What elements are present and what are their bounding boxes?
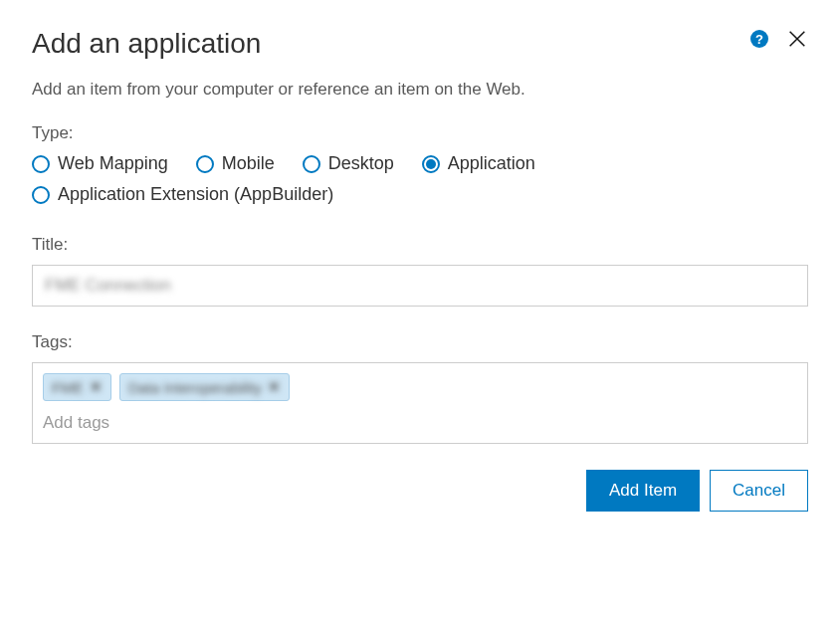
type-radio-application[interactable]: Application bbox=[422, 153, 535, 174]
dialog-button-row: Add Item Cancel bbox=[32, 470, 808, 512]
radio-label: Desktop bbox=[328, 153, 394, 174]
add-item-button[interactable]: Add Item bbox=[586, 470, 700, 512]
tag-chip[interactable]: FME✕ bbox=[43, 373, 111, 401]
add-application-dialog: ? Add an application Add an item from yo… bbox=[0, 0, 840, 621]
help-icon[interactable]: ? bbox=[750, 30, 768, 48]
dialog-top-icons: ? bbox=[750, 28, 808, 50]
tag-remove-icon[interactable]: ✕ bbox=[90, 378, 103, 396]
radio-circle-icon bbox=[422, 155, 440, 173]
radio-circle-icon bbox=[196, 155, 214, 173]
radio-label: Mobile bbox=[222, 153, 275, 174]
radio-label: Web Mapping bbox=[58, 153, 168, 174]
type-label: Type: bbox=[32, 123, 808, 143]
radio-label: Application Extension (AppBuilder) bbox=[58, 184, 333, 205]
type-radio-web-mapping[interactable]: Web Mapping bbox=[32, 153, 168, 174]
tags-input[interactable] bbox=[43, 411, 797, 435]
tag-chip-row: FME✕Data Interoperability✕ bbox=[43, 373, 797, 401]
type-radio-desktop[interactable]: Desktop bbox=[303, 153, 394, 174]
type-radio-group: Web MappingMobileDesktopApplicationAppli… bbox=[32, 153, 808, 205]
radio-circle-icon bbox=[303, 155, 320, 173]
type-radio-mobile[interactable]: Mobile bbox=[196, 153, 275, 174]
dialog-title: Add an application bbox=[32, 28, 808, 60]
tag-chip-label: Data Interoperability bbox=[128, 379, 262, 396]
radio-circle-icon bbox=[32, 186, 50, 204]
dialog-subtitle: Add an item from your computer or refere… bbox=[32, 80, 808, 100]
tag-chip[interactable]: Data Interoperability✕ bbox=[119, 373, 290, 401]
radio-circle-icon bbox=[32, 155, 50, 173]
title-input[interactable]: FME Connection bbox=[32, 265, 808, 307]
tag-chip-label: FME bbox=[52, 379, 84, 396]
tags-label: Tags: bbox=[32, 332, 808, 352]
tags-box[interactable]: FME✕Data Interoperability✕ bbox=[32, 362, 808, 444]
tag-remove-icon[interactable]: ✕ bbox=[268, 378, 281, 396]
title-input-value: FME Connection bbox=[45, 276, 171, 295]
close-icon[interactable] bbox=[786, 28, 808, 50]
cancel-button[interactable]: Cancel bbox=[710, 470, 808, 512]
title-label: Title: bbox=[32, 235, 808, 255]
radio-label: Application bbox=[448, 153, 535, 174]
type-radio-app-extension[interactable]: Application Extension (AppBuilder) bbox=[32, 184, 333, 205]
